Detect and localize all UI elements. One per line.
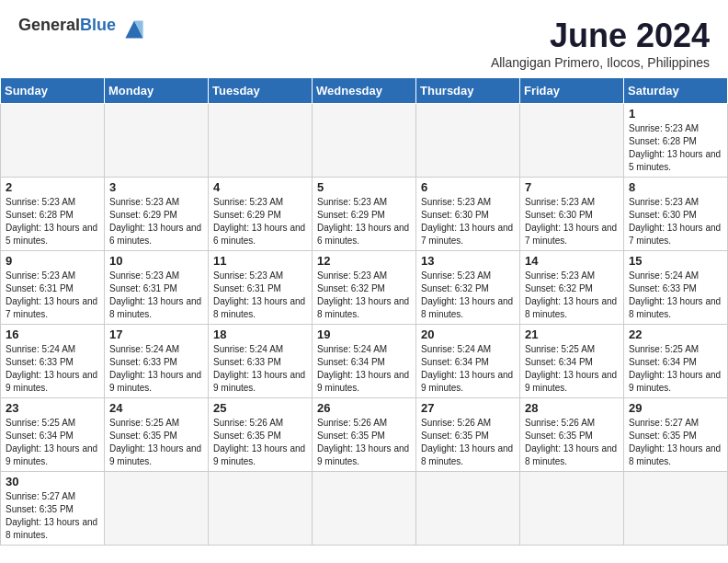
calendar-day-cell: [520, 472, 624, 546]
day-info: Sunrise: 5:23 AMSunset: 6:29 PMDaylight:…: [109, 196, 203, 247]
day-number: 22: [629, 327, 722, 341]
day-info: Sunrise: 5:24 AMSunset: 6:33 PMDaylight:…: [213, 343, 307, 395]
calendar-day-cell: 17Sunrise: 5:24 AMSunset: 6:33 PMDayligh…: [105, 325, 209, 398]
day-number: 1: [629, 107, 722, 121]
day-number: 13: [421, 254, 515, 268]
calendar-header-row: SundayMondayTuesdayWednesdayThursdayFrid…: [1, 78, 728, 104]
logo-icon: [119, 17, 149, 42]
day-info: Sunrise: 5:24 AMSunset: 6:33 PMDaylight:…: [629, 270, 722, 321]
day-number: 20: [421, 327, 515, 341]
calendar-day-cell: 6Sunrise: 5:23 AMSunset: 6:30 PMDaylight…: [416, 178, 520, 251]
calendar-day-cell: 16Sunrise: 5:24 AMSunset: 6:33 PMDayligh…: [1, 325, 105, 398]
day-number: 3: [109, 180, 203, 194]
calendar-day-cell: 22Sunrise: 5:25 AMSunset: 6:34 PMDayligh…: [624, 325, 728, 398]
day-info: Sunrise: 5:23 AMSunset: 6:28 PMDaylight:…: [6, 196, 99, 247]
day-number: 16: [6, 327, 99, 341]
weekday-header-thursday: Thursday: [416, 78, 520, 104]
day-number: 6: [421, 180, 515, 194]
calendar-day-cell: 15Sunrise: 5:24 AMSunset: 6:33 PMDayligh…: [624, 251, 728, 325]
day-info: Sunrise: 5:24 AMSunset: 6:34 PMDaylight:…: [317, 343, 411, 395]
calendar-day-cell: 10Sunrise: 5:23 AMSunset: 6:31 PMDayligh…: [105, 251, 209, 325]
calendar-day-cell: 1Sunrise: 5:23 AMSunset: 6:28 PMDaylight…: [624, 104, 728, 178]
calendar-day-cell: 13Sunrise: 5:23 AMSunset: 6:32 PMDayligh…: [416, 251, 520, 325]
calendar-week-row: 9Sunrise: 5:23 AMSunset: 6:31 PMDaylight…: [1, 251, 728, 325]
calendar-day-cell: 18Sunrise: 5:24 AMSunset: 6:33 PMDayligh…: [209, 325, 313, 398]
weekday-header-monday: Monday: [105, 78, 209, 104]
calendar-day-cell: [624, 472, 728, 546]
logo-text: GeneralBlue: [18, 16, 116, 34]
day-info: Sunrise: 5:23 AMSunset: 6:31 PMDaylight:…: [6, 270, 99, 321]
calendar-day-cell: 2Sunrise: 5:23 AMSunset: 6:28 PMDaylight…: [1, 178, 105, 251]
day-number: 11: [213, 254, 307, 268]
calendar-day-cell: [520, 104, 624, 178]
day-info: Sunrise: 5:23 AMSunset: 6:29 PMDaylight:…: [317, 196, 411, 247]
day-number: 24: [109, 401, 203, 415]
day-info: Sunrise: 5:26 AMSunset: 6:35 PMDaylight:…: [525, 417, 619, 468]
calendar-day-cell: 7Sunrise: 5:23 AMSunset: 6:30 PMDaylight…: [520, 178, 624, 251]
calendar-day-cell: [313, 472, 416, 546]
calendar-day-cell: 29Sunrise: 5:27 AMSunset: 6:35 PMDayligh…: [624, 398, 728, 472]
day-info: Sunrise: 5:23 AMSunset: 6:30 PMDaylight:…: [629, 196, 722, 247]
calendar-table: SundayMondayTuesdayWednesdayThursdayFrid…: [0, 77, 728, 546]
day-number: 28: [525, 401, 619, 415]
calendar-day-cell: 14Sunrise: 5:23 AMSunset: 6:32 PMDayligh…: [520, 251, 624, 325]
day-number: 14: [525, 254, 619, 268]
calendar-day-cell: [105, 104, 209, 178]
day-info: Sunrise: 5:26 AMSunset: 6:35 PMDaylight:…: [317, 417, 411, 468]
day-info: Sunrise: 5:25 AMSunset: 6:34 PMDaylight:…: [525, 343, 619, 395]
day-number: 27: [421, 401, 515, 415]
calendar-week-row: 1Sunrise: 5:23 AMSunset: 6:28 PMDaylight…: [1, 104, 728, 178]
calendar-day-cell: 27Sunrise: 5:26 AMSunset: 6:35 PMDayligh…: [416, 398, 520, 472]
calendar-day-cell: [416, 104, 520, 178]
day-info: Sunrise: 5:23 AMSunset: 6:32 PMDaylight:…: [317, 270, 411, 321]
day-number: 23: [6, 401, 99, 415]
calendar-day-cell: [209, 104, 313, 178]
calendar-week-row: 16Sunrise: 5:24 AMSunset: 6:33 PMDayligh…: [1, 325, 728, 398]
calendar-day-cell: 24Sunrise: 5:25 AMSunset: 6:35 PMDayligh…: [105, 398, 209, 472]
location: Allangigan Primero, Ilocos, Philippines: [491, 55, 710, 70]
day-number: 12: [317, 254, 411, 268]
calendar-day-cell: 4Sunrise: 5:23 AMSunset: 6:29 PMDaylight…: [209, 178, 313, 251]
weekday-header-friday: Friday: [520, 78, 624, 104]
day-number: 8: [629, 180, 722, 194]
day-info: Sunrise: 5:27 AMSunset: 6:35 PMDaylight:…: [6, 490, 99, 542]
calendar-week-row: 23Sunrise: 5:25 AMSunset: 6:34 PMDayligh…: [1, 398, 728, 472]
calendar-day-cell: 19Sunrise: 5:24 AMSunset: 6:34 PMDayligh…: [313, 325, 416, 398]
day-info: Sunrise: 5:27 AMSunset: 6:35 PMDaylight:…: [629, 417, 722, 468]
day-number: 17: [109, 327, 203, 341]
day-info: Sunrise: 5:24 AMSunset: 6:34 PMDaylight:…: [421, 343, 515, 395]
day-info: Sunrise: 5:23 AMSunset: 6:29 PMDaylight:…: [213, 196, 307, 247]
calendar-day-cell: 26Sunrise: 5:26 AMSunset: 6:35 PMDayligh…: [313, 398, 416, 472]
day-number: 4: [213, 180, 307, 194]
calendar-day-cell: [209, 472, 313, 546]
day-number: 29: [629, 401, 722, 415]
calendar-day-cell: 30Sunrise: 5:27 AMSunset: 6:35 PMDayligh…: [1, 472, 105, 546]
day-info: Sunrise: 5:25 AMSunset: 6:34 PMDaylight:…: [629, 343, 722, 395]
logo: GeneralBlue: [18, 17, 149, 42]
calendar-day-cell: [313, 104, 416, 178]
header: GeneralBlue June 2024 Allangigan Primero…: [0, 0, 728, 77]
calendar-day-cell: 12Sunrise: 5:23 AMSunset: 6:32 PMDayligh…: [313, 251, 416, 325]
day-info: Sunrise: 5:24 AMSunset: 6:33 PMDaylight:…: [109, 343, 203, 395]
title-area: June 2024 Allangigan Primero, Ilocos, Ph…: [491, 17, 710, 70]
day-number: 9: [6, 254, 99, 268]
calendar-day-cell: 3Sunrise: 5:23 AMSunset: 6:29 PMDaylight…: [105, 178, 209, 251]
day-info: Sunrise: 5:23 AMSunset: 6:32 PMDaylight:…: [525, 270, 619, 321]
weekday-header-wednesday: Wednesday: [313, 78, 416, 104]
weekday-header-tuesday: Tuesday: [209, 78, 313, 104]
day-info: Sunrise: 5:26 AMSunset: 6:35 PMDaylight:…: [421, 417, 515, 468]
month-title: June 2024: [491, 17, 710, 55]
day-info: Sunrise: 5:24 AMSunset: 6:33 PMDaylight:…: [6, 343, 99, 395]
day-number: 30: [6, 475, 99, 488]
day-info: Sunrise: 5:25 AMSunset: 6:35 PMDaylight:…: [109, 417, 203, 468]
weekday-header-saturday: Saturday: [624, 78, 728, 104]
day-info: Sunrise: 5:25 AMSunset: 6:34 PMDaylight:…: [6, 417, 99, 468]
calendar-day-cell: 11Sunrise: 5:23 AMSunset: 6:31 PMDayligh…: [209, 251, 313, 325]
calendar-week-row: 30Sunrise: 5:27 AMSunset: 6:35 PMDayligh…: [1, 472, 728, 546]
day-info: Sunrise: 5:23 AMSunset: 6:31 PMDaylight:…: [213, 270, 307, 321]
day-number: 18: [213, 327, 307, 341]
day-info: Sunrise: 5:26 AMSunset: 6:35 PMDaylight:…: [213, 417, 307, 468]
day-number: 25: [213, 401, 307, 415]
day-number: 5: [317, 180, 411, 194]
calendar-day-cell: 21Sunrise: 5:25 AMSunset: 6:34 PMDayligh…: [520, 325, 624, 398]
